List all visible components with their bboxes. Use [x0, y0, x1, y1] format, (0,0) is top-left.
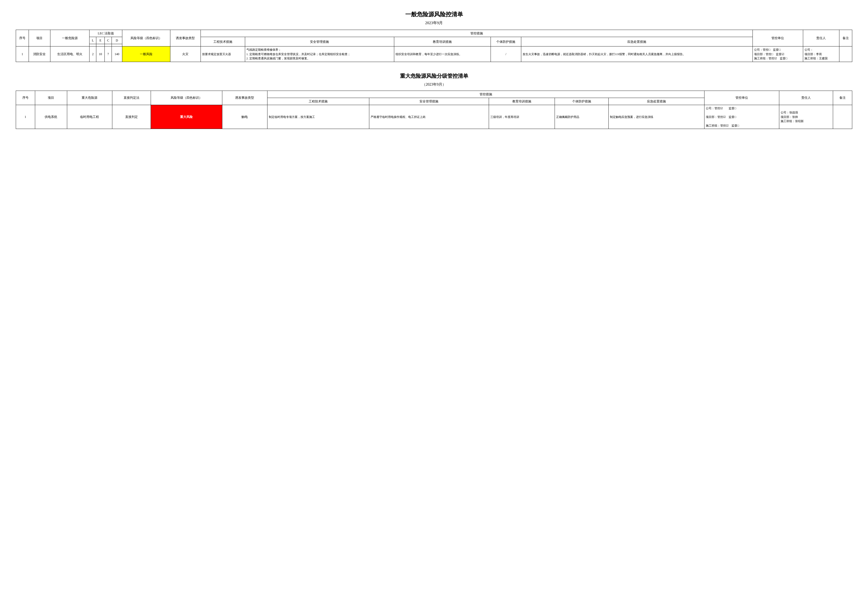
t2-row1-remarks: [833, 105, 852, 129]
row1-trigger: 火灾: [170, 47, 200, 62]
col-remarks: 备注: [839, 30, 852, 47]
t2-col-risk-level: 风险等级（四色标识）: [151, 90, 222, 105]
col-safety-mgmt: 安全管理措施: [245, 37, 394, 47]
row1-e: 10: [96, 47, 105, 62]
row1-safety-mgmt: 气线路定期检查维修保养；1. 定期检查可燃物堆放仓库安全管理状况，并及时记录；仓…: [245, 47, 394, 62]
col-individual: 个体防护措施: [491, 37, 521, 47]
col-lec: LEC 法取值: [90, 30, 122, 37]
col-c2: [105, 44, 112, 47]
t2-col-trigger: 诱发事故类型: [222, 90, 267, 105]
row1-individual: /: [491, 47, 521, 62]
row1-emergency: 发生火灾事故，迅速切断电源，就近选取消防器材，扑灭初起火灾，拨打119报警，同时…: [521, 47, 753, 62]
t2-row1-education: 三级培训，年度再培训: [489, 105, 555, 129]
col-l2: [90, 44, 96, 47]
t2-row1-engineering: 制定临时用电专项方案，按方案施工: [267, 105, 369, 129]
row1-engineering: 按要求规定放置灭火器: [200, 47, 245, 62]
col-responsible: 责任人: [803, 30, 839, 47]
table1: 序号 项目 一般危险源 LEC 法取值 风险等级（四色标识） 诱发事故类型 管控…: [16, 30, 852, 62]
t2-col-engineering: 工程技术措施: [267, 98, 369, 105]
row1-project: 消防安全: [29, 47, 50, 62]
t2-row1-responsible: 公司：张战强项目部：张帅施工班组：张绍新: [779, 105, 833, 129]
row1-responsible: 公司：项目部：李琪施工班组：王建国: [803, 47, 839, 62]
t2-col-responsible: 责任人: [779, 90, 833, 105]
col-lec-c: C: [105, 37, 112, 44]
t2-row1-seq: 1: [16, 105, 35, 129]
row1-control-unit: 公司：管控□ 监督□项目部：管控□ 监督☑施工班组：管控☑ 监督□: [753, 47, 803, 62]
t2-col-education: 教育培训措施: [489, 98, 555, 105]
t2-col-project: 项目: [35, 90, 67, 105]
table1-title: 一般危险源风险控清单: [16, 11, 852, 19]
t2-col-control-measures: 管控措施: [267, 90, 704, 98]
t2-col-seq: 序号: [16, 90, 35, 105]
col-lec-e: E: [96, 37, 105, 44]
table2-title: 重大危险源风险分级管控清单: [16, 73, 852, 79]
col-control-unit: 管控单位: [753, 30, 803, 47]
col-lec-d: D: [112, 37, 122, 44]
row1-l: 2: [90, 47, 96, 62]
row1-hazard: 生活区用电、明火: [50, 47, 90, 62]
t2-col-emergency: 应急处置措施: [608, 98, 704, 105]
col-lec-l: L: [90, 37, 96, 44]
col-e2: [96, 44, 105, 47]
col-project: 项目: [29, 30, 50, 47]
col-hazard: 一般危险源: [50, 30, 90, 47]
col-d2: [112, 44, 122, 47]
t2-row1-risk-level: 重大风险: [151, 105, 222, 129]
col-emergency: 应急处置措施: [521, 37, 753, 47]
t2-col-remarks: 备注: [833, 90, 852, 105]
table1-subtitle: 2023年9月: [16, 20, 852, 25]
row1-risk-level: 一般风险: [122, 47, 170, 62]
t2-row1-emergency: 制定触电应急预案，进行应急演练: [608, 105, 704, 129]
col-education: 教育培训措施: [394, 37, 491, 47]
t2-col-safety-mgmt: 安全管理措施: [369, 98, 489, 105]
t2-row1-hazard: 临时用电工程: [67, 105, 112, 129]
t2-row1-safety-mgmt: 严格遵守临时用电操作规程、电工持证上岗: [369, 105, 489, 129]
t2-row1-control-unit: 公司：管控☑ 监督□项目部：管控☑ 监督□施工班组：管控☑ 监督□: [704, 105, 779, 129]
row1-education: 组织安全培训和教育，每年至少进行一次应急演练。: [394, 47, 491, 62]
t2-row1-project: 供电系统: [35, 105, 67, 129]
t2-col-hazard: 重大危险源: [67, 90, 112, 105]
t2-row1-direct: 直接判定: [112, 105, 151, 129]
col-trigger: 诱发事故类型: [170, 30, 200, 47]
t2-col-individual: 个体防护措施: [555, 98, 608, 105]
table2-subtitle: （2023年9月）: [16, 82, 852, 87]
row1-c: 7: [105, 47, 112, 62]
row1-d: 140: [112, 47, 122, 62]
t2-row1-trigger: 触电: [222, 105, 267, 129]
t2-col-direct: 直接判定法: [112, 90, 151, 105]
t2-row1-individual: 正确佩戴防护用品: [555, 105, 608, 129]
col-risk-level: 风险等级（四色标识）: [122, 30, 170, 47]
row1-seq: 1: [16, 47, 29, 62]
col-control-measures: 管控措施: [200, 30, 753, 37]
t2-col-control-unit: 管控单位: [704, 90, 779, 105]
col-seq: 序号: [16, 30, 29, 47]
row1-remarks: [839, 47, 852, 62]
table2: 序号 项目 重大危险源 直接判定法 风险等级（四色标识） 诱发事故类型 管控措施…: [16, 90, 852, 129]
col-engineering: 工程技术措施: [200, 37, 245, 47]
